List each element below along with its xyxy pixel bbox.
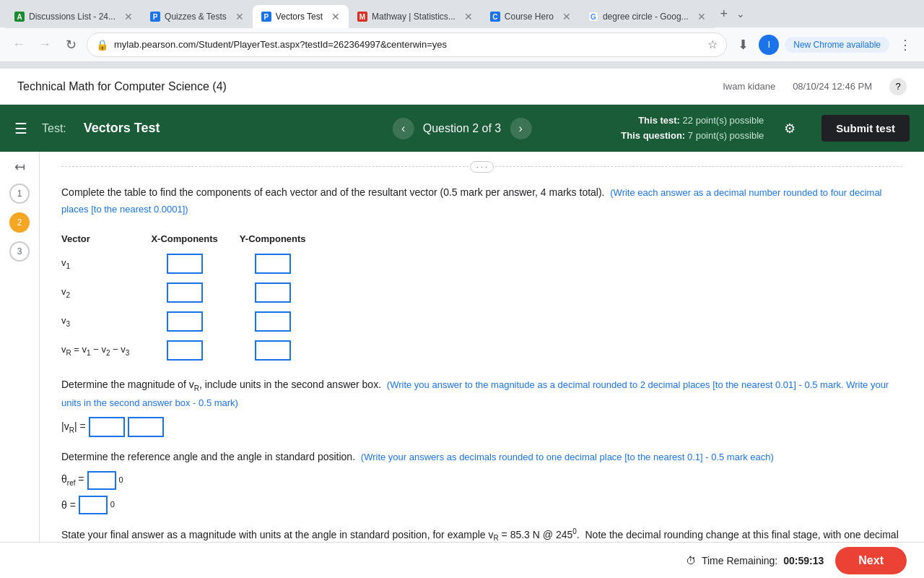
table-row: vR = v1 − v2 − v3 — [61, 336, 328, 365]
time-remaining-label: Time Remaining: — [702, 555, 777, 566]
table-row: v3 — [61, 307, 328, 336]
coursehero-tab-close[interactable]: ✕ — [562, 12, 571, 22]
sidebar-question-3[interactable]: 3 — [9, 241, 30, 262]
gear-icon[interactable]: ⚙ — [784, 121, 796, 137]
ruler-dots: · · · — [61, 167, 902, 178]
vector-vr-label: vR = v1 − v2 − v3 — [61, 336, 151, 365]
vector-v3-y-input[interactable] — [255, 311, 291, 332]
address-bar-row: ← → ↻ 🔒 mylab.pearson.com/Student/Player… — [0, 27, 924, 62]
table-row: v1 — [61, 249, 328, 278]
test-menu-button[interactable]: ☰ — [14, 120, 27, 137]
tab-google[interactable]: G degree circle - Goog... ✕ — [580, 5, 715, 28]
test-name: Vectors Test — [84, 121, 160, 136]
theta-input[interactable] — [79, 496, 108, 514]
google-tab-icon: G — [588, 12, 598, 22]
download-button[interactable]: ⬇ — [733, 35, 753, 55]
magnitude-row: |vR| = — [61, 417, 902, 437]
reference-angle-instruction: Determine the reference angle and the an… — [61, 449, 902, 465]
vector-vr-y-input[interactable] — [255, 340, 291, 361]
vector-v1-label: v1 — [61, 249, 151, 278]
chrome-menu-button[interactable]: ⋮ — [895, 35, 915, 55]
next-question-button[interactable]: › — [510, 118, 531, 139]
next-button[interactable]: Next — [835, 547, 907, 574]
tab-bar: A Discussions List - 24... ✕ P Quizzes &… — [0, 0, 924, 27]
theta-label: θ = — [61, 497, 76, 513]
reference-angle-label: Determine the reference angle and the an… — [61, 451, 355, 462]
submit-test-button[interactable]: Submit test — [821, 115, 910, 142]
discussions-tab-icon: A — [14, 12, 25, 22]
coursehero-tab-label: Course Hero — [505, 12, 554, 22]
tab-discussions[interactable]: A Discussions List - 24... ✕ — [6, 5, 141, 28]
discussions-tab-close[interactable]: ✕ — [124, 12, 133, 22]
tab-quizzes[interactable]: P Quizzes & Tests ✕ — [141, 5, 253, 28]
content-area: · · · Complete the table to find the com… — [40, 152, 924, 542]
table-row: v2 — [61, 278, 328, 307]
tab-overflow-button[interactable]: ⌄ — [733, 8, 748, 20]
sidebar-question-2[interactable]: 2 — [9, 212, 30, 233]
reload-button[interactable]: ↻ — [61, 35, 81, 55]
google-tab-close[interactable]: ✕ — [697, 12, 706, 22]
chrome-actions: ⬇ I New Chrome available ⋮ — [733, 35, 915, 55]
vector-v3-x-cell — [151, 307, 239, 336]
address-url: mylab.pearson.com/Student/PlayerTest.asp… — [114, 39, 702, 50]
vector-v2-y-input[interactable] — [255, 282, 291, 303]
mathway-tab-close[interactable]: ✕ — [464, 12, 473, 22]
discussions-tab-label: Discussions List - 24... — [29, 12, 116, 22]
vector-v1-x-input[interactable] — [167, 254, 203, 274]
mathway-tab-icon: M — [357, 12, 367, 22]
ruler-ellipsis[interactable]: · · · — [470, 161, 494, 173]
bottom-bar: ⏱ Time Remaining: 00:59:13 Next — [0, 542, 924, 578]
prev-question-button[interactable]: ‹ — [393, 118, 414, 139]
final-instruction: State your final answer as a magnitude w… — [61, 526, 902, 542]
col-x: X-Components — [151, 229, 239, 250]
quizzes-tab-close[interactable]: ✕ — [235, 12, 244, 22]
vectors-tab-icon: P — [261, 12, 271, 22]
this-question-value: 7 point(s) possible — [688, 130, 764, 141]
sidebar-question-1[interactable]: 1 — [9, 184, 30, 204]
magnitude-value-input[interactable] — [89, 417, 125, 437]
vector-v2-y-cell — [240, 278, 328, 307]
time-remaining: ⏱ Time Remaining: 00:59:13 — [686, 555, 824, 566]
page-header: Technical Math for Computer Science (4) … — [0, 69, 924, 105]
col-vector: Vector — [61, 229, 151, 250]
profile-button[interactable]: I — [759, 35, 779, 55]
vector-v3-x-input[interactable] — [167, 311, 203, 332]
clock-icon: ⏱ — [686, 555, 696, 566]
vector-v2-x-input[interactable] — [167, 282, 203, 303]
address-bar[interactable]: 🔒 mylab.pearson.com/Student/PlayerTest.a… — [87, 33, 727, 57]
tab-coursehero[interactable]: C Course Hero ✕ — [481, 5, 580, 28]
tab-vectors[interactable]: P Vectors Test ✕ — [253, 5, 349, 28]
new-tab-button[interactable]: + — [715, 7, 734, 22]
vector-v1-y-input[interactable] — [255, 254, 291, 274]
test-info: This test: 22 point(s) possible This que… — [621, 113, 764, 144]
theta-deg-symbol: 0 — [110, 499, 115, 512]
instruction-text: Complete the table to find the component… — [61, 186, 605, 198]
theta-ref-input[interactable] — [87, 471, 116, 490]
vector-vr-x-input[interactable] — [167, 340, 203, 361]
back-button[interactable]: ← — [9, 35, 29, 55]
page-header-right: Iwam kidane 08/10/24 12:46 PM ? — [723, 78, 907, 95]
vectors-tab-close[interactable]: ✕ — [331, 12, 340, 22]
main-area: ↤ 1 2 3 · · · Complete the table to find… — [0, 152, 924, 542]
new-chrome-banner[interactable]: New Chrome available — [785, 37, 889, 53]
user-name: Iwam kidane — [723, 81, 775, 92]
forward-button[interactable]: → — [35, 35, 55, 55]
magnitude-symbol: |vR| = — [61, 418, 86, 436]
star-icon: ☆ — [707, 38, 718, 51]
page-title: Technical Math for Computer Science (4) — [17, 80, 227, 93]
quizzes-tab-label: Quizzes & Tests — [165, 12, 227, 22]
sidebar-collapse-button[interactable]: ↤ — [14, 159, 25, 175]
test-label: Test: — [42, 122, 66, 135]
coursehero-tab-icon: C — [490, 12, 500, 22]
google-tab-label: degree circle - Goog... — [603, 12, 689, 22]
magnitude-label: Determine the magnitude of vR, include u… — [61, 379, 381, 390]
magnitude-units-input[interactable] — [128, 417, 164, 437]
vector-v3-y-cell — [240, 307, 328, 336]
theta-ref-deg-symbol: 0 — [119, 474, 123, 487]
test-header: ☰ Test: Vectors Test ‹ Question 2 of 3 ›… — [0, 105, 924, 152]
vector-vr-x-cell — [151, 336, 239, 365]
help-button[interactable]: ? — [889, 78, 907, 95]
theta-ref-label: θref = — [61, 471, 84, 489]
vector-v3-label: v3 — [61, 307, 151, 336]
tab-mathway[interactable]: M Mathway | Statistics... ✕ — [349, 5, 481, 28]
